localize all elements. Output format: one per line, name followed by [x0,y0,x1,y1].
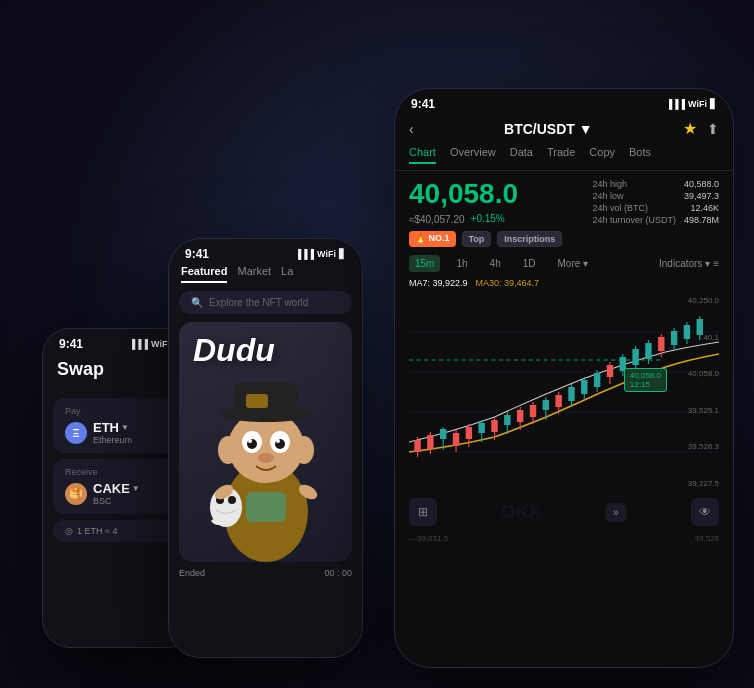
price-labels: 40,250.0 40,1 40,058.0 39,525.1 39,526.3… [667,292,719,492]
nav-data[interactable]: Data [510,146,533,164]
badge-inscriptions: Inscriptions [497,231,562,247]
favorite-icon[interactable]: ★ [683,119,697,138]
nft-tabs: Featured Market La [169,265,362,283]
tf-1h[interactable]: 1h [450,255,473,272]
bottom-price-2: 39,528 [695,534,719,543]
trading-pair[interactable]: BTC/USDT ▼ [504,121,593,137]
candlestick-chart[interactable]: 40,250.0 40,1 40,058.0 39,525.1 39,526.3… [409,292,719,492]
pay-label: Pay [65,406,174,416]
swap-title: Swap [57,359,182,380]
tab-la[interactable]: La [281,265,293,283]
time-right: 9:41 [411,97,435,111]
tf-1d[interactable]: 1D [517,255,542,272]
receive-card[interactable]: Receive 🥞 CAKE ▼ BSC [53,459,186,514]
stat-high: 24h high 40,588.0 [592,179,719,189]
wifi-icon-r: WiFi [688,99,707,109]
swap-rate: ◎ 1 ETH ≈ 4 [53,520,186,542]
svg-rect-45 [543,400,549,410]
dudu-svg [196,362,336,562]
pair-dropdown-icon: ▼ [579,121,593,137]
price-stats: 24h high 40,588.0 24h low 39,497.3 24h v… [592,179,719,225]
pay-card[interactable]: Pay Ξ ETH ▼ Ethereum [53,398,186,453]
phones-container: 9:41 ▐▐▐ WiFi ▋ Swap Pay Ξ ETH ▼ Ethereu… [0,0,754,688]
price-change: +0.15% [471,213,505,224]
svg-point-13 [258,453,274,463]
tab-market[interactable]: Market [237,265,271,283]
search-placeholder: Explore the NFT world [209,297,308,308]
ma30-label: MA30: 39,464.7 [476,278,540,288]
high-value: 40,588.0 [684,179,719,189]
svg-rect-37 [491,420,497,432]
chart-navigation: Chart Overview Data Trade Copy Bots [395,146,733,171]
svg-rect-29 [440,429,446,439]
svg-rect-33 [466,427,472,439]
svg-rect-61 [645,343,651,359]
chart-tool-eye[interactable]: 👁 [691,498,719,526]
phone-chart: 9:41 ▐▐▐ WiFi ▋ ‹ BTC/USDT ▼ ★ ⬆ Chart O… [394,88,734,668]
price-level-2: 40,1 [667,333,719,342]
ma-row: MA7: 39,922.9 MA30: 39,464.7 [395,278,733,292]
nft-image-area: Dudu [179,322,352,562]
price-level-3: 40,058.0 [667,369,719,378]
pay-token-name[interactable]: ETH ▼ [93,420,132,435]
nav-copy[interactable]: Copy [589,146,615,164]
time-middle: 9:41 [185,247,209,261]
price-level-6: 39,227.5 [667,479,719,488]
settings-icon: ≡ [713,258,719,269]
svg-rect-14 [246,492,286,522]
svg-rect-43 [530,405,536,417]
price-section: 40,058.0 ≈$40,057.20 +0.15% 24h high 40,… [395,179,733,231]
nav-trade[interactable]: Trade [547,146,575,164]
indicators-button[interactable]: Indicators ▾ ≡ [659,258,719,269]
svg-rect-49 [568,387,574,401]
svg-point-5 [218,436,238,464]
vol-label: 24h vol (BTC) [592,203,648,213]
time-left: 9:41 [59,337,83,351]
badge-no1: 🔥 NO.1 [409,231,456,247]
receive-token-row: 🥞 CAKE ▼ BSC [65,481,174,506]
chart-tool-left[interactable]: ⊞ [409,498,437,526]
svg-point-17 [228,496,236,504]
svg-point-6 [294,436,314,464]
receive-label: Receive [65,467,174,477]
tab-featured[interactable]: Featured [181,265,227,283]
pay-token-sub: Ethereum [93,435,132,445]
signal-icons-middle: ▐▐▐ WiFi ▋ [295,249,346,259]
signal-icons-right: ▐▐▐ WiFi ▋ [666,99,717,109]
pay-token-row: Ξ ETH ▼ Ethereum [65,420,174,445]
price-level-1: 40,250.0 [667,296,719,305]
orbit-icon: ◎ [65,526,73,536]
tf-15m[interactable]: 15m [409,255,440,272]
svg-rect-25 [414,440,420,452]
current-price: 40,058.0 [409,179,578,210]
chart-header: ‹ BTC/USDT ▼ ★ ⬆ [395,115,733,146]
svg-rect-55 [607,365,613,377]
expand-button[interactable]: » [605,503,627,522]
wifi-icon-m: WiFi [317,249,336,259]
svg-rect-63 [658,337,664,351]
price-tooltip: 40,058.0 12:15 [624,368,667,392]
price-level-5: 39,526.3 [667,442,719,451]
low-label: 24h low [592,191,623,201]
nft-search-bar[interactable]: 🔍 Explore the NFT world [179,291,352,314]
price-usd: ≈$40,057.20 [409,214,465,225]
signal-icon-m: ▐▐▐ [295,249,314,259]
share-icon[interactable]: ⬆ [707,121,719,137]
nav-chart[interactable]: Chart [409,146,436,164]
svg-rect-41 [517,410,523,422]
svg-rect-51 [581,380,587,394]
tf-4h[interactable]: 4h [484,255,507,272]
stat-low: 24h low 39,497.3 [592,191,719,201]
vol-value: 12.46K [690,203,719,213]
receive-token-name[interactable]: CAKE ▼ [93,481,140,496]
tf-more[interactable]: More ▾ [552,255,595,272]
bottom-price-bar: —39,031.5 39,528 [395,532,733,545]
svg-rect-47 [555,395,561,407]
search-icon: 🔍 [191,297,203,308]
status-bar-right: 9:41 ▐▐▐ WiFi ▋ [395,89,733,115]
nft-bottom-bar: Ended 00 : 00 [169,562,362,584]
receive-chevron: ▼ [132,484,140,493]
back-button[interactable]: ‹ [409,121,414,137]
nav-bots[interactable]: Bots [629,146,651,164]
nav-overview[interactable]: Overview [450,146,496,164]
